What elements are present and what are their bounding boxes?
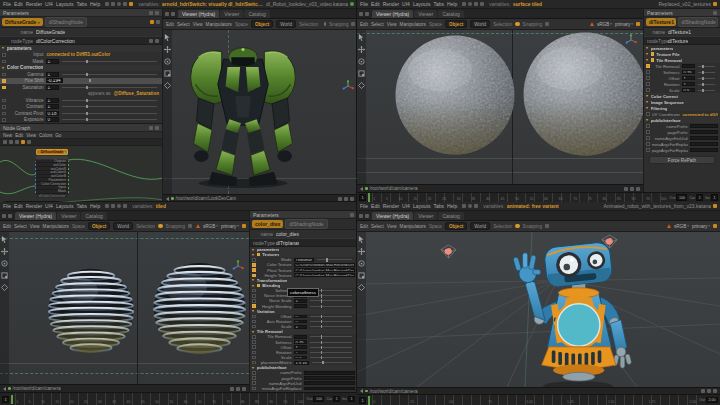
mech-robot-model[interactable]: [181, 36, 305, 191]
toy-robot-model[interactable]: [505, 236, 651, 387]
param-value[interactable]: C:/Users/jordan.MacRecord/Dropbox/produc…: [294, 273, 356, 277]
param-slider[interactable]: [310, 342, 353, 343]
viewer-menu-item[interactable]: View: [387, 22, 397, 27]
timeline-field-value[interactable]: 100: [313, 396, 324, 403]
viewer-menu-item[interactable]: View: [193, 22, 203, 27]
name-value[interactable]: dlTexture1: [668, 29, 691, 35]
scale-tool-icon[interactable]: [1, 272, 8, 279]
axis-gizmo-icon[interactable]: [232, 260, 244, 272]
param-value[interactable]: 1: [46, 98, 59, 103]
param-checkbox[interactable]: [252, 294, 256, 298]
param-slider[interactable]: [62, 74, 158, 75]
timeline-field-value[interactable]: 1: [348, 396, 355, 403]
viewport-3d[interactable]: [357, 232, 720, 387]
menubar-icons[interactable]: [105, 204, 127, 208]
cursor-tool-icon[interactable]: [358, 236, 365, 243]
camera-bar-icons[interactable]: [701, 389, 717, 393]
menu-item[interactable]: Render: [383, 1, 399, 7]
menu-item[interactable]: File: [360, 1, 368, 7]
node-graph-toolbar[interactable]: [0, 139, 162, 146]
param-slider[interactable]: [698, 72, 716, 73]
menu-item[interactable]: Tabs: [433, 1, 444, 7]
menu-item[interactable]: UI4: [402, 1, 410, 7]
param-value[interactable]: [682, 64, 695, 68]
colorspace-dropdown[interactable]: sRGB: [674, 224, 689, 229]
menu-item[interactable]: Render: [383, 203, 399, 209]
param-checkbox[interactable]: [252, 263, 256, 267]
param-value[interactable]: 1: [46, 85, 59, 90]
timeline-field[interactable]: Inc 1: [342, 396, 355, 403]
toolbar-orange-icon[interactable]: [636, 22, 640, 26]
param-slider[interactable]: [66, 80, 157, 81]
param-value[interactable]: 0.75: [294, 340, 307, 344]
param-slider[interactable]: [310, 352, 353, 353]
param-slider[interactable]: [317, 259, 352, 260]
viewer-menu-item[interactable]: Manipulators: [400, 224, 426, 229]
param-slider[interactable]: [62, 119, 158, 120]
menubar-icons[interactable]: [462, 2, 484, 6]
frame-tool-icon[interactable]: [1, 284, 8, 291]
param-checkbox[interactable]: [257, 253, 261, 257]
param-slider[interactable]: [62, 113, 158, 114]
colorspace-dropdown[interactable]: sRGB: [597, 22, 612, 27]
param-slider[interactable]: [310, 306, 353, 307]
tab-dlshadingnode[interactable]: dlShadingNode: [678, 17, 718, 27]
panel-header-icons[interactable]: [713, 11, 717, 15]
light-gizmo[interactable]: [600, 234, 619, 251]
param-checkbox[interactable]: [252, 335, 256, 339]
warning-icon[interactable]: [590, 22, 594, 26]
cursor-tool-icon[interactable]: [1, 236, 8, 243]
rotate-tool-icon[interactable]: [358, 260, 365, 267]
viewer-tab-icons[interactable]: [359, 214, 369, 218]
translate-tool-icon[interactable]: [358, 248, 365, 255]
param-value[interactable]: 1: [682, 76, 695, 80]
timeline-playhead[interactable]: [11, 395, 13, 404]
menu-item[interactable]: Layouts: [413, 203, 431, 209]
timeline-in-field[interactable]: 1: [359, 194, 366, 201]
param-value[interactable]: [294, 335, 307, 339]
camera-back-icon[interactable]: [3, 387, 6, 391]
param-value[interactable]: 1: [46, 72, 59, 77]
param-slider[interactable]: [698, 78, 716, 79]
pane-divider[interactable]: [137, 232, 138, 384]
camera-back-icon[interactable]: [360, 187, 363, 191]
nodetype-value[interactable]: dlTexture: [668, 38, 688, 44]
viewer-menu-item[interactable]: Edit: [166, 22, 174, 27]
node-diffusegrade[interactable]: DiffuseGrade OutputsoutColoroutColorRout…: [36, 149, 68, 198]
param-value[interactable]: 0: [46, 117, 59, 122]
tab-dlshadingnode[interactable]: dlShadingNode: [285, 219, 327, 229]
timeline-field[interactable]: Cur 1: [689, 194, 703, 201]
viewer-menu-item[interactable]: Manipulators: [400, 22, 426, 27]
viewer-tab-icons[interactable]: [165, 12, 175, 16]
translate-tool-icon[interactable]: [1, 248, 8, 255]
param-row[interactable]: pageArgsForReplace: [644, 147, 720, 153]
panel-header-icons[interactable]: [350, 213, 354, 217]
selection-alt-icon[interactable]: [324, 22, 326, 26]
variables-value[interactable]: surface tiled: [513, 1, 542, 7]
toolbar-orange-icon[interactable]: [242, 224, 246, 228]
viewport-3d[interactable]: [0, 232, 249, 384]
node-port-row[interactable]: Mask: [36, 190, 68, 194]
viewer-tab-icons[interactable]: [359, 12, 369, 16]
selection-mode-icon[interactable]: [515, 22, 520, 27]
tab-extra-icons[interactable]: [150, 20, 160, 24]
scale-tool-icon[interactable]: [358, 70, 365, 77]
object-mode-button[interactable]: Object: [445, 20, 467, 28]
param-value[interactable]: 0: [294, 320, 307, 324]
param-slider[interactable]: [310, 336, 353, 337]
menu-item[interactable]: File: [3, 1, 11, 7]
menu-item[interactable]: Tabs: [76, 1, 87, 7]
timeline-field[interactable]: Cur 1: [326, 396, 340, 403]
axis-gizmo-icon[interactable]: [342, 80, 354, 92]
tab-dltexture[interactable]: dlTexture1: [646, 18, 676, 26]
param-slider[interactable]: [310, 347, 353, 348]
translate-tool-icon[interactable]: [164, 46, 171, 53]
param-slider[interactable]: [310, 321, 353, 322]
menu-item[interactable]: Help: [447, 203, 457, 209]
param-checkbox[interactable]: [2, 112, 6, 116]
snapping-grid-icon[interactable]: [545, 22, 549, 26]
scale-tool-icon[interactable]: [358, 272, 365, 279]
param-checkbox[interactable]: [646, 142, 650, 146]
param-value[interactable]: 1 x 16: [294, 361, 309, 365]
param-checkbox[interactable]: [646, 148, 650, 152]
